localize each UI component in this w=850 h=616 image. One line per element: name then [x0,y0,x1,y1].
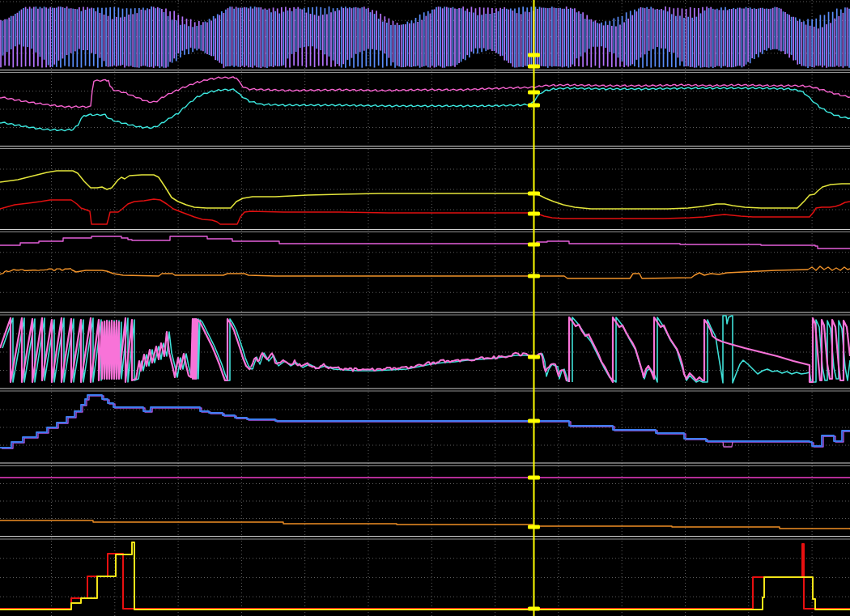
cursor-value-marker[interactable] [528,192,540,196]
cursor-value-marker[interactable] [528,607,540,611]
cursor-value-marker[interactable] [528,65,540,69]
trace-b4_magenta [0,236,850,249]
cursor-value-marker[interactable] [528,476,540,480]
time-cursor[interactable] [528,0,540,616]
trace-b8_yellow [0,542,850,610]
log-viewer-window [0,0,850,616]
strip-chart-svg[interactable] [0,0,850,616]
cursor-value-marker[interactable] [528,212,540,216]
trace-b4_orange_left [0,269,71,274]
grid [0,0,850,616]
trace-b6_magenta_dip [723,442,733,447]
hf-waveform-panel1 [1,6,849,68]
trace-b5_pink_mid [251,353,567,381]
trace-b3_red [0,199,850,224]
trace-b5_cyan_right [572,316,850,383]
panel-separators [0,70,850,540]
cursor-value-marker[interactable] [528,53,540,57]
cursor-value-marker[interactable] [528,91,540,95]
cursor-value-marker[interactable] [528,355,540,359]
cursor-value-marker[interactable] [528,525,540,529]
trace-b2_magenta [0,77,850,108]
trace-b4_orange_main [71,270,808,278]
cursor-value-marker[interactable] [528,419,540,423]
cursor-value-marker[interactable] [528,243,540,247]
trace-b6_blue [0,395,850,448]
cursor-value-marker[interactable] [528,274,540,278]
cursor-value-marker[interactable] [528,104,540,108]
trace-b5_pink_left [0,318,251,382]
trace-b7_orange [0,520,850,529]
trace-b4_orange_right [808,266,850,270]
